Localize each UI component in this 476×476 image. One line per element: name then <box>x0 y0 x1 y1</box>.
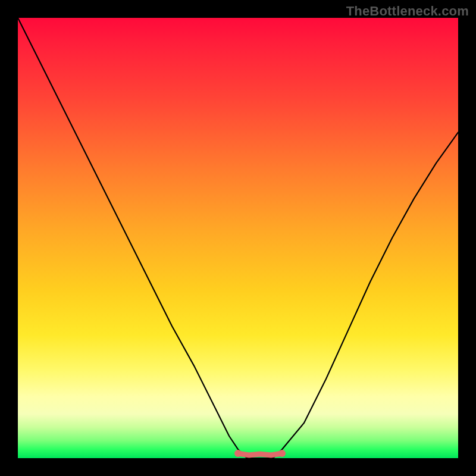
minimum-marker <box>238 453 282 455</box>
chart-frame: TheBottleneck.com <box>0 0 476 476</box>
plot-area <box>18 18 458 458</box>
minimum-marker-dot-left <box>234 450 242 457</box>
watermark-text: TheBottleneck.com <box>346 4 469 19</box>
bottleneck-curve <box>18 18 458 458</box>
minimum-marker-dot-right <box>278 450 286 457</box>
curve-path <box>18 18 458 458</box>
